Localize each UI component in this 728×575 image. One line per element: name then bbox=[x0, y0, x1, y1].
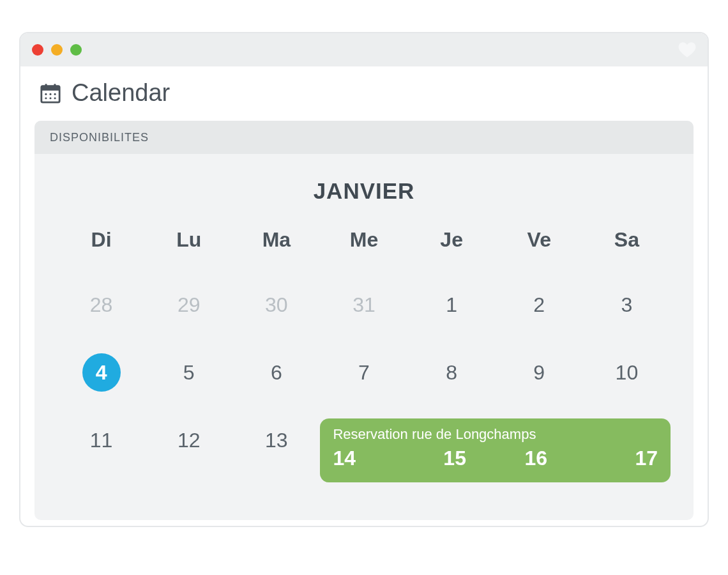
svg-point-7 bbox=[45, 97, 47, 99]
day-cell[interactable]: 2 bbox=[520, 286, 558, 324]
weekday-lu: Lu bbox=[176, 228, 201, 251]
day-cell[interactable]: 11 bbox=[82, 421, 121, 459]
day-cell[interactable]: 30 bbox=[257, 286, 296, 324]
day-cell[interactable]: 6 bbox=[257, 353, 296, 392]
day-cell[interactable]: 12 bbox=[170, 421, 208, 459]
day-cell[interactable]: 9 bbox=[520, 353, 558, 392]
traffic-lights bbox=[32, 44, 82, 56]
svg-point-8 bbox=[49, 97, 51, 99]
day-cell[interactable]: 1 bbox=[432, 286, 471, 324]
svg-point-5 bbox=[49, 93, 51, 95]
svg-rect-2 bbox=[45, 84, 47, 88]
calendar-grid: Di Lu Ma Me Je Ve Sa 28 29 30 31 1 2 3 4… bbox=[34, 228, 694, 474]
heart-icon[interactable] bbox=[678, 42, 696, 58]
window-titlebar bbox=[20, 33, 708, 66]
event-title: Reservation rue de Longchamps bbox=[333, 426, 658, 443]
weekday-je: Je bbox=[440, 228, 463, 251]
maximize-window-button[interactable] bbox=[70, 44, 82, 56]
weekday-ve: Ve bbox=[527, 228, 551, 251]
svg-point-4 bbox=[45, 93, 47, 95]
close-window-button[interactable] bbox=[32, 44, 43, 56]
page-title: Calendar bbox=[72, 79, 170, 107]
panel-header: DISPONIBILITES bbox=[34, 121, 694, 154]
weekday-ma: Ma bbox=[262, 228, 291, 251]
svg-rect-3 bbox=[54, 84, 56, 88]
day-cell[interactable]: 10 bbox=[607, 353, 646, 392]
event-day: 16 bbox=[496, 447, 577, 470]
app-window: Calendar DISPONIBILITES JANVIER Di Lu Ma… bbox=[19, 32, 709, 527]
day-cell[interactable]: 7 bbox=[345, 353, 383, 392]
availability-panel: DISPONIBILITES JANVIER Di Lu Ma Me Je Ve… bbox=[34, 121, 694, 520]
minimize-window-button[interactable] bbox=[51, 44, 63, 56]
month-title: JANVIER bbox=[34, 178, 694, 204]
day-cell[interactable]: 8 bbox=[432, 353, 471, 392]
day-cell[interactable]: 28 bbox=[82, 286, 121, 324]
page-header: Calendar bbox=[20, 66, 708, 121]
panel-header-title: DISPONIBILITES bbox=[50, 131, 149, 144]
svg-point-9 bbox=[54, 97, 56, 99]
day-cell[interactable]: 3 bbox=[607, 286, 646, 324]
calendar-icon bbox=[40, 82, 61, 104]
event-days: 14 15 16 17 bbox=[333, 447, 658, 470]
weekday-row: Di Lu Ma Me Je Ve Sa bbox=[57, 228, 671, 252]
day-cell-selected[interactable]: 4 bbox=[82, 353, 121, 392]
day-cell[interactable]: 31 bbox=[345, 286, 383, 324]
day-cell[interactable]: 13 bbox=[257, 421, 296, 459]
weekday-di: Di bbox=[91, 228, 112, 251]
reservation-event[interactable]: Reservation rue de Longchamps 14 15 16 1… bbox=[320, 418, 671, 482]
weekday-sa: Sa bbox=[614, 228, 639, 251]
week-row-2: 4 5 6 7 8 9 10 bbox=[57, 339, 671, 406]
day-cell[interactable]: 5 bbox=[170, 353, 208, 392]
event-day: 14 bbox=[333, 447, 414, 470]
svg-rect-1 bbox=[42, 86, 59, 90]
event-day: 17 bbox=[577, 447, 658, 470]
event-day: 15 bbox=[414, 447, 496, 470]
day-cell[interactable]: 29 bbox=[170, 286, 208, 324]
weekday-me: Me bbox=[350, 228, 378, 251]
week-row-1: 28 29 30 31 1 2 3 bbox=[57, 271, 671, 339]
svg-point-6 bbox=[54, 93, 56, 95]
